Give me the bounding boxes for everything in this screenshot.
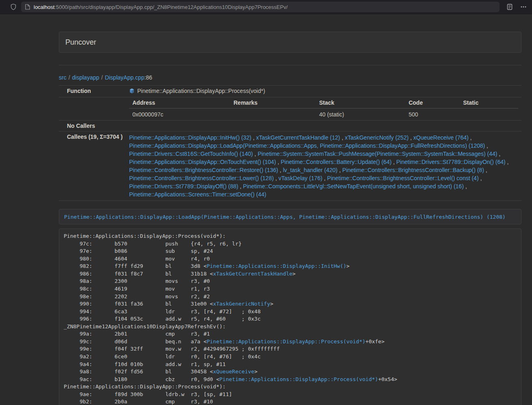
static-value	[460, 108, 518, 120]
callee-panel: Pinetime::Applications::DisplayApp::Load…	[59, 209, 521, 224]
breadcrumb-link-displayapp[interactable]: displayapp	[72, 74, 99, 81]
navbar: Puncover	[59, 32, 521, 53]
callees-label: Callees (19, Σ=3704 )	[59, 131, 126, 201]
callees-row: Callees (19, Σ=3704 ) Pinetime::Applicat…	[59, 131, 521, 201]
callee-link[interactable]: Pinetime::Applications::DisplayApp::Init…	[129, 134, 251, 141]
url-bar[interactable]: localhost:5000/path/src/displayapp/Displ…	[21, 2, 500, 12]
col-header-static: Static	[460, 97, 518, 108]
document-icon	[25, 2, 30, 11]
callee-link[interactable]: Pinetime::Applications::Screens::Timer::…	[129, 191, 266, 198]
symbol-table: Function Pinetime::Applications::Display…	[59, 85, 521, 201]
symbol-link[interactable]: xTaskGetCurrentTaskHandle	[213, 271, 293, 277]
breadcrumb-separator: /	[101, 74, 103, 81]
page-content: Puncover src/displayapp/DisplayApp.cpp:8…	[59, 14, 521, 405]
divider	[59, 65, 521, 65]
callee-link[interactable]: Pinetime::Applications::DisplayApp::OnTo…	[129, 159, 276, 165]
no-callers-row: No Callers	[59, 121, 521, 131]
no-callers-label: No Callers	[59, 121, 126, 131]
symbol-link[interactable]: Pinetime::Applications::DisplayApp::Init…	[207, 263, 346, 269]
callee-link[interactable]: Pinetime::Drivers::St7789::DisplayOff() …	[129, 183, 238, 190]
callee-link[interactable]: Pinetime::Controllers::BrightnessControl…	[129, 175, 274, 181]
callee-link[interactable]: xTaskGetCurrentTaskHandle (12)	[256, 134, 340, 141]
reader-view-icon[interactable]	[505, 2, 514, 11]
shield-icon[interactable]	[9, 2, 18, 11]
callee-link[interactable]: Pinetime::Drivers::Cst816S::GetTouchInfo…	[129, 151, 253, 157]
callee-link[interactable]: lv_task_handler (420)	[283, 167, 338, 173]
breadcrumb-line-number: :86	[144, 74, 152, 81]
stats-row: Address Remarks Stack Code Static 0x0000…	[59, 97, 521, 121]
callee-link[interactable]: Pinetime::Applications::DisplayApp::Load…	[129, 142, 485, 149]
symbol-link[interactable]: Pinetime::Applications::DisplayApp::Proc…	[207, 338, 365, 345]
col-header-address: Address	[129, 97, 230, 108]
brand-link[interactable]: Puncover	[65, 38, 96, 47]
symbol-link[interactable]: Pinetime::Applications::DisplayApp::Proc…	[220, 376, 378, 382]
callee-link[interactable]: xTaskGenericNotify (252)	[345, 134, 409, 141]
callee-link[interactable]: Pinetime::Controllers::BrightnessControl…	[342, 167, 484, 173]
callee-link[interactable]: vTaskDelay (176)	[278, 175, 322, 181]
breadcrumb: src/displayapp/DisplayApp.cpp:86	[59, 73, 521, 82]
address-value: 0x0000097c	[129, 108, 230, 120]
breadcrumb-separator: /	[69, 74, 70, 81]
code-value: 500	[405, 108, 460, 120]
stats-table: Address Remarks Stack Code Static 0x0000…	[129, 97, 518, 120]
symbol-link[interactable]: xQueueReceive	[213, 368, 254, 375]
url-host: localhost	[34, 4, 54, 10]
breadcrumb-link-file[interactable]: DisplayApp.cpp	[105, 74, 144, 81]
url-path: :5000/path/src/displayapp/DisplayApp.cpp…	[54, 4, 288, 10]
stack-value: 40 (static)	[316, 108, 405, 120]
callee-heading-link[interactable]: Pinetime::Applications::DisplayApp::Load…	[64, 214, 506, 220]
remarks-value	[230, 108, 316, 120]
callee-link[interactable]: Pinetime::Controllers::Battery::Update()…	[281, 159, 392, 165]
breadcrumb-link-src[interactable]: src	[59, 74, 67, 81]
browser-toolbar: localhost:5000/path/src/displayapp/Displ…	[0, 0, 532, 14]
url-text: localhost:5000/path/src/displayapp/Displ…	[34, 4, 288, 10]
callee-link[interactable]: Pinetime::Drivers::St7789::DisplayOn() (…	[396, 159, 506, 165]
col-header-code: Code	[405, 97, 460, 108]
function-row: Function Pinetime::Applications::Display…	[59, 86, 521, 97]
callee-link[interactable]: Pinetime::Controllers::BrightnessControl…	[327, 175, 478, 181]
disassembly-code: Pinetime::Applications::DisplayApp::Proc…	[59, 228, 521, 405]
overflow-menu-icon[interactable]	[519, 2, 528, 11]
function-label: Function	[59, 86, 126, 97]
function-name: Pinetime::Applications::DisplayApp::Proc…	[137, 88, 265, 94]
callee-link[interactable]: Pinetime::System::SystemTask::PushMessag…	[258, 151, 498, 157]
callee-link[interactable]: Pinetime::Components::LittleVgl::SetNewT…	[243, 183, 464, 190]
function-cube-icon	[129, 88, 135, 95]
callee-link[interactable]: xQueueReceive (764)	[414, 134, 469, 141]
col-header-remarks: Remarks	[230, 97, 316, 108]
callees-list: Pinetime::Applications::DisplayApp::Init…	[126, 131, 521, 201]
callee-link[interactable]: Pinetime::Controllers::BrightnessControl…	[129, 167, 278, 173]
symbol-link[interactable]: xTaskGenericNotify	[213, 301, 270, 307]
col-header-stack: Stack	[316, 97, 405, 108]
stats-values-row: 0x0000097c 40 (static) 500	[129, 108, 518, 120]
